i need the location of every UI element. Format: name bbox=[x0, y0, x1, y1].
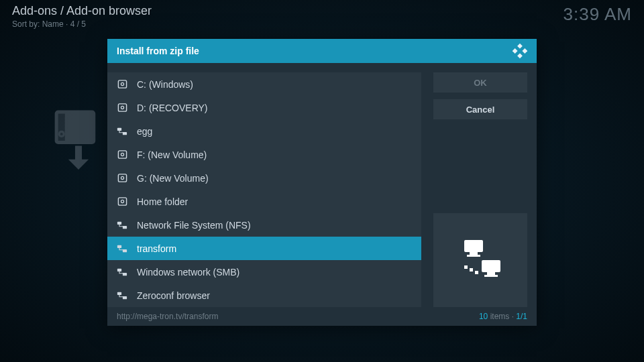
svg-point-17 bbox=[121, 176, 123, 179]
source-row[interactable]: F: (New Volume) bbox=[107, 143, 421, 166]
svg-rect-31 bbox=[482, 260, 500, 272]
source-row[interactable]: G: (New Volume) bbox=[107, 166, 421, 190]
svg-rect-35 bbox=[470, 268, 473, 272]
network-icon bbox=[117, 290, 127, 301]
source-row[interactable]: Zeroconf browser bbox=[107, 284, 421, 307]
svg-rect-36 bbox=[475, 271, 478, 274]
source-row[interactable]: D: (RECOVERY) bbox=[107, 96, 421, 119]
source-row-label: Zeroconf browser bbox=[137, 290, 210, 301]
svg-point-3 bbox=[60, 133, 63, 135]
svg-rect-16 bbox=[118, 174, 126, 182]
network-icon bbox=[117, 267, 127, 278]
dialog-title: Install from zip file bbox=[117, 46, 199, 56]
svg-rect-5 bbox=[513, 48, 518, 54]
drive-icon bbox=[117, 173, 127, 184]
cancel-button[interactable]: Cancel bbox=[433, 99, 527, 119]
svg-rect-4 bbox=[517, 44, 523, 49]
svg-rect-12 bbox=[117, 127, 121, 130]
drive-icon bbox=[117, 149, 127, 160]
svg-point-19 bbox=[121, 200, 123, 202]
svg-rect-32 bbox=[487, 272, 495, 275]
source-row-label: C: (Windows) bbox=[137, 79, 193, 90]
network-icon bbox=[117, 243, 127, 254]
svg-rect-26 bbox=[117, 292, 121, 294]
sort-indicator: Sort by: Name · 4 / 5 bbox=[12, 19, 152, 29]
source-row-label: Windows network (SMB) bbox=[137, 267, 239, 278]
svg-rect-29 bbox=[470, 252, 478, 255]
dialog-footer: http://mega-tron.tv/transform 10 items ·… bbox=[107, 307, 537, 326]
source-row[interactable]: C: (Windows) bbox=[107, 72, 421, 96]
source-list: C: (Windows)D: (RECOVERY)eggF: (New Volu… bbox=[107, 72, 421, 307]
svg-rect-6 bbox=[522, 48, 527, 54]
footer-count: 10 items · 1/1 bbox=[479, 312, 527, 321]
breadcrumb: Add-ons / Add-on browser bbox=[12, 4, 152, 18]
svg-rect-18 bbox=[118, 198, 126, 205]
source-row-label: transform bbox=[137, 243, 176, 254]
svg-rect-33 bbox=[484, 275, 498, 277]
source-row-label: F: (New Volume) bbox=[137, 149, 207, 160]
source-row-label: Network File System (NFS) bbox=[137, 220, 251, 231]
svg-rect-22 bbox=[117, 245, 121, 247]
source-row[interactable]: egg bbox=[107, 119, 421, 143]
dialog-side-pane: OK Cancel bbox=[433, 72, 527, 307]
zip-download-icon bbox=[52, 109, 105, 173]
source-row[interactable]: Windows network (SMB) bbox=[107, 260, 421, 284]
svg-point-11 bbox=[121, 106, 123, 109]
source-row[interactable]: Network File System (NFS) bbox=[107, 213, 421, 237]
dialog-header: Install from zip file bbox=[107, 39, 537, 63]
network-icon bbox=[117, 126, 127, 137]
svg-point-9 bbox=[121, 82, 123, 85]
drive-icon bbox=[117, 196, 127, 207]
clock: 3:39 AM bbox=[564, 4, 632, 25]
svg-rect-14 bbox=[118, 151, 126, 158]
svg-rect-24 bbox=[117, 268, 121, 271]
drive-icon bbox=[117, 79, 127, 90]
svg-rect-30 bbox=[467, 255, 480, 257]
network-icon bbox=[117, 220, 127, 231]
install-from-zip-dialog: Install from zip file C: (Windows)D: (RE… bbox=[107, 39, 537, 326]
source-row-label: D: (RECOVERY) bbox=[137, 103, 208, 113]
source-row-label: Home folder bbox=[137, 196, 188, 207]
drive-icon bbox=[117, 103, 127, 113]
source-row-label: egg bbox=[137, 126, 152, 137]
svg-rect-20 bbox=[117, 221, 121, 224]
kodi-logo-icon bbox=[513, 44, 527, 58]
source-row[interactable]: Home folder bbox=[107, 190, 421, 213]
svg-rect-28 bbox=[464, 240, 483, 252]
ok-button[interactable]: OK bbox=[433, 72, 527, 93]
svg-rect-7 bbox=[517, 53, 523, 58]
svg-point-15 bbox=[121, 153, 123, 156]
source-row-label: G: (New Volume) bbox=[137, 173, 209, 184]
svg-rect-8 bbox=[118, 80, 126, 88]
source-row[interactable]: transform bbox=[107, 237, 421, 260]
svg-rect-10 bbox=[118, 104, 126, 111]
preview-network-icon bbox=[433, 213, 527, 307]
svg-rect-34 bbox=[464, 265, 468, 269]
footer-path: http://mega-tron.tv/transform bbox=[117, 312, 218, 321]
